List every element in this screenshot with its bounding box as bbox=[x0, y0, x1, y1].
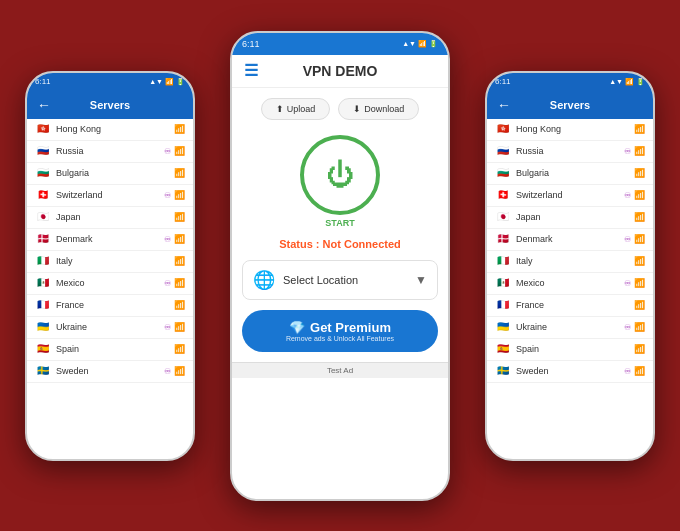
list-item[interactable]: 🇷🇺Russia♾📶 bbox=[27, 141, 193, 163]
signal-icon: 📶 bbox=[174, 124, 185, 134]
list-item[interactable]: 🇨🇭Switzerland♾📶 bbox=[27, 185, 193, 207]
center-header-title: VPN DEMO bbox=[303, 63, 378, 79]
flag-icon: 🇸🇪 bbox=[35, 366, 51, 377]
download-btn[interactable]: ⬇ Download bbox=[338, 98, 419, 120]
upload-btn[interactable]: ⬆ Upload bbox=[261, 98, 331, 120]
flag-icon: 🇮🇹 bbox=[495, 256, 511, 267]
server-icons: 📶 bbox=[634, 256, 645, 266]
country-name: France bbox=[516, 300, 634, 310]
signal-icon: 📶 bbox=[174, 366, 185, 376]
signal-icon: 📶 bbox=[174, 168, 185, 178]
center-status-icons: ▲▼ 📶 🔋 bbox=[402, 40, 438, 48]
list-item[interactable]: 🇸🇪Sweden♾📶 bbox=[487, 361, 653, 383]
server-icons: ♾📶 bbox=[624, 190, 645, 200]
country-name: Sweden bbox=[56, 366, 164, 376]
list-item[interactable]: 🇭🇰Hong Kong📶 bbox=[27, 119, 193, 141]
signal-icon: 📶 bbox=[174, 234, 185, 244]
upload-label: Upload bbox=[287, 104, 316, 114]
left-server-list: 🇭🇰Hong Kong📶🇷🇺Russia♾📶🇧🇬Bulgaria📶🇨🇭Switz… bbox=[27, 119, 193, 461]
select-location-row[interactable]: 🌐 Select Location ▼ bbox=[242, 260, 438, 300]
country-name: Bulgaria bbox=[516, 168, 634, 178]
left-header-title: Servers bbox=[51, 99, 169, 111]
signal-icon: 📶 bbox=[174, 190, 185, 200]
list-item[interactable]: 🇲🇽Mexico♾📶 bbox=[27, 273, 193, 295]
server-icons: ♾📶 bbox=[164, 322, 185, 332]
chevron-down-icon: ▼ bbox=[415, 273, 427, 287]
power-icon: ⏻ bbox=[326, 161, 354, 189]
list-item[interactable]: 🇮🇹Italy📶 bbox=[27, 251, 193, 273]
server-icons: ♾📶 bbox=[164, 234, 185, 244]
country-name: Hong Kong bbox=[516, 124, 634, 134]
premium-icon: ♾ bbox=[164, 367, 171, 376]
list-item[interactable]: 🇯🇵Japan📶 bbox=[487, 207, 653, 229]
status-label: Status : bbox=[279, 238, 322, 250]
diamond-icon: 💎 bbox=[289, 320, 305, 335]
server-icons: 📶 bbox=[174, 168, 185, 178]
signal-icon: 📶 bbox=[174, 322, 185, 332]
list-item[interactable]: 🇩🇰Denmark♾📶 bbox=[487, 229, 653, 251]
premium-icon: ♾ bbox=[624, 323, 631, 332]
country-name: Spain bbox=[56, 344, 174, 354]
center-content: ⬆ Upload ⬇ Download ⏻ START Status : Not… bbox=[232, 88, 448, 501]
status-text: Status : Not Connected bbox=[279, 238, 401, 250]
list-item[interactable]: 🇭🇰Hong Kong📶 bbox=[487, 119, 653, 141]
server-icons: ♾📶 bbox=[624, 366, 645, 376]
upload-icon: ⬆ bbox=[276, 104, 284, 114]
list-item[interactable]: 🇩🇰Denmark♾📶 bbox=[27, 229, 193, 251]
list-item[interactable]: 🇨🇭Switzerland♾📶 bbox=[487, 185, 653, 207]
left-status-icons: ▲▼ 📶 🔋 bbox=[149, 78, 185, 86]
premium-icon: ♾ bbox=[164, 191, 171, 200]
list-item[interactable]: 🇫🇷France📶 bbox=[27, 295, 193, 317]
center-status-bar: 6:11 ▲▼ 📶 🔋 bbox=[232, 33, 448, 55]
signal-icon: 📶 bbox=[634, 366, 645, 376]
flag-icon: 🇪🇸 bbox=[495, 344, 511, 355]
list-item[interactable]: 🇪🇸Spain📶 bbox=[487, 339, 653, 361]
server-icons: 📶 bbox=[174, 256, 185, 266]
list-item[interactable]: 🇮🇹Italy📶 bbox=[487, 251, 653, 273]
center-main: ⬆ Upload ⬇ Download ⏻ START Status : Not… bbox=[232, 88, 448, 362]
right-back-button[interactable]: ← bbox=[497, 97, 511, 113]
list-item[interactable]: 🇫🇷France📶 bbox=[487, 295, 653, 317]
country-name: Japan bbox=[56, 212, 174, 222]
signal-icon: 📶 bbox=[634, 234, 645, 244]
list-item[interactable]: 🇸🇪Sweden♾📶 bbox=[27, 361, 193, 383]
server-icons: 📶 bbox=[634, 168, 645, 178]
flag-icon: 🇨🇭 bbox=[495, 190, 511, 201]
select-location-text: Select Location bbox=[283, 274, 415, 286]
list-item[interactable]: 🇧🇬Bulgaria📶 bbox=[487, 163, 653, 185]
signal-icon: 📶 bbox=[634, 124, 645, 134]
flag-icon: 🇧🇬 bbox=[495, 168, 511, 179]
signal-icon: 📶 bbox=[634, 212, 645, 222]
flag-icon: 🇪🇸 bbox=[35, 344, 51, 355]
server-icons: ♾📶 bbox=[164, 278, 185, 288]
list-item[interactable]: 🇯🇵Japan📶 bbox=[27, 207, 193, 229]
menu-icon[interactable]: ☰ bbox=[244, 61, 258, 80]
premium-icon: ♾ bbox=[624, 279, 631, 288]
list-item[interactable]: 🇪🇸Spain📶 bbox=[27, 339, 193, 361]
flag-icon: 🇩🇰 bbox=[35, 234, 51, 245]
list-item[interactable]: 🇧🇬Bulgaria📶 bbox=[27, 163, 193, 185]
premium-button[interactable]: 💎 Get Premium Remove ads & Unlock All Fe… bbox=[242, 310, 438, 352]
signal-icon: 📶 bbox=[174, 344, 185, 354]
list-item[interactable]: 🇷🇺Russia♾📶 bbox=[487, 141, 653, 163]
signal-icon: 📶 bbox=[174, 256, 185, 266]
server-icons: 📶 bbox=[174, 300, 185, 310]
flag-icon: 🇯🇵 bbox=[35, 212, 51, 223]
premium-icon: ♾ bbox=[624, 147, 631, 156]
country-name: Bulgaria bbox=[56, 168, 174, 178]
signal-icon: 📶 bbox=[174, 212, 185, 222]
server-icons: ♾📶 bbox=[624, 234, 645, 244]
premium-icon: ♾ bbox=[164, 279, 171, 288]
test-ad-bar: Test Ad bbox=[232, 362, 448, 378]
list-item[interactable]: 🇺🇦Ukraine♾📶 bbox=[27, 317, 193, 339]
left-back-button[interactable]: ← bbox=[37, 97, 51, 113]
download-label: Download bbox=[364, 104, 404, 114]
flag-icon: 🇺🇦 bbox=[495, 322, 511, 333]
signal-icon: 📶 bbox=[634, 256, 645, 266]
list-item[interactable]: 🇲🇽Mexico♾📶 bbox=[487, 273, 653, 295]
flag-icon: 🇷🇺 bbox=[495, 146, 511, 157]
server-icons: 📶 bbox=[634, 212, 645, 222]
country-name: Ukraine bbox=[56, 322, 164, 332]
list-item[interactable]: 🇺🇦Ukraine♾📶 bbox=[487, 317, 653, 339]
power-button[interactable]: ⏻ bbox=[300, 135, 380, 215]
